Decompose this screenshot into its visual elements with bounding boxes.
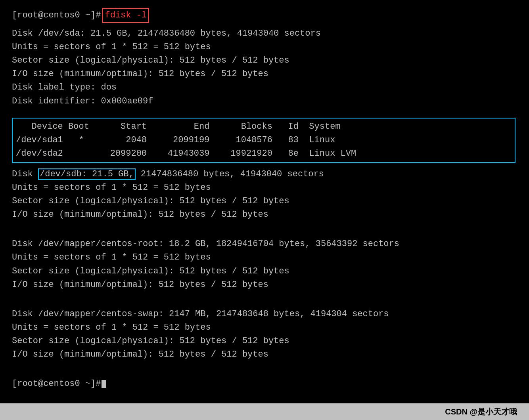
partition-table: Device Boot Start End Blocks Id System /…	[12, 118, 516, 163]
mapper-root-io-line: I/O size (minimum/optimal): 512 bytes / …	[12, 278, 517, 292]
mapper-swap-disk-line: Disk /dev/mapper/centos-swap: 2147 MB, 2…	[12, 307, 517, 321]
sda-id-line: Disk identifier: 0x000ae09f	[12, 95, 517, 108]
command-line: [root@centos0 ~]# fdisk -l	[12, 8, 517, 23]
prompt: [root@centos0 ~]#	[12, 9, 101, 22]
sdb-units-line: Units = sectors of 1 * 512 = 512 bytes	[12, 181, 517, 195]
mapper-root-section: Disk /dev/mapper/centos-root: 18.2 GB, 1…	[12, 237, 517, 291]
sda-sector-line: Sector size (logical/physical): 512 byte…	[12, 54, 517, 67]
mapper-swap-section: Disk /dev/mapper/centos-swap: 2147 MB, 2…	[12, 307, 517, 361]
sda-units-line: Units = sectors of 1 * 512 = 512 bytes	[12, 40, 517, 54]
terminal: [root@centos0 ~]# fdisk -l Disk /dev/sda…	[0, 0, 529, 403]
sda-label-line: Disk label type: dos	[12, 81, 517, 94]
sda-disk-line: Disk /dev/sda: 21.5 GB, 21474836480 byte…	[12, 27, 517, 40]
mapper-root-disk-line: Disk /dev/mapper/centos-root: 18.2 GB, 1…	[12, 237, 517, 251]
sda-section: Disk /dev/sda: 21.5 GB, 21474836480 byte…	[12, 27, 517, 108]
mapper-root-units-line: Units = sectors of 1 * 512 = 512 bytes	[12, 251, 517, 264]
bottom-bar: CSDN @是小天才哦	[0, 403, 529, 420]
sdb-io-line: I/O size (minimum/optimal): 512 bytes / …	[12, 208, 517, 221]
sdb-section: Disk /dev/sdb: 21.5 GB, 21474836480 byte…	[12, 168, 517, 221]
sda-io-line: I/O size (minimum/optimal): 512 bytes / …	[12, 67, 517, 81]
mapper-swap-sector-line: Sector size (logical/physical): 512 byte…	[12, 334, 517, 348]
mapper-swap-units-line: Units = sectors of 1 * 512 = 512 bytes	[12, 321, 517, 334]
final-prompt-line: [root@centos0 ~]#	[12, 377, 517, 391]
csdn-label: CSDN @是小天才哦	[445, 407, 517, 417]
mapper-root-sector-line: Sector size (logical/physical): 512 byte…	[12, 265, 517, 278]
sdb-pre: Disk	[12, 169, 38, 179]
cursor	[102, 380, 106, 388]
sda1-row: /dev/sda1 * 2048 2099199 1048576 83 Linu…	[16, 134, 512, 147]
table-header: Device Boot Start End Blocks Id System	[16, 120, 512, 134]
sdb-highlight: /dev/sdb: 21.5 GB,	[38, 168, 136, 180]
mapper-swap-io-line: I/O size (minimum/optimal): 512 bytes / …	[12, 348, 517, 361]
sdb-sector-line: Sector size (logical/physical): 512 byte…	[12, 195, 517, 208]
sdb-post: 21474836480 bytes, 41943040 sectors	[136, 169, 324, 179]
final-prompt: [root@centos0 ~]#	[12, 377, 101, 391]
sdb-disk-line: Disk /dev/sdb: 21.5 GB, 21474836480 byte…	[12, 168, 517, 181]
sda2-row: /dev/sda2 2099200 41943039 19921920 8e L…	[16, 147, 512, 160]
command-highlight: fdisk -l	[102, 8, 149, 23]
